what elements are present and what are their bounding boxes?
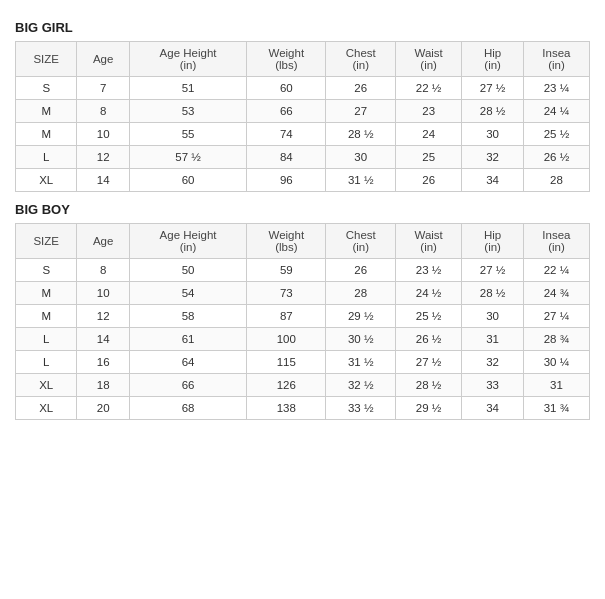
table-cell: 10 xyxy=(77,282,129,305)
table-cell: 14 xyxy=(77,169,129,192)
section-title: BIG GIRL xyxy=(15,20,590,35)
table-cell: 26 ½ xyxy=(523,146,589,169)
table-cell: 31 ¾ xyxy=(523,397,589,420)
table-cell: 31 ½ xyxy=(326,169,395,192)
table-cell: 30 xyxy=(326,146,395,169)
table-row: M1054732824 ½28 ½24 ¾ xyxy=(16,282,590,305)
table-row: M12588729 ½25 ½3027 ¼ xyxy=(16,305,590,328)
table-cell: 27 ½ xyxy=(462,259,524,282)
table-cell: 32 xyxy=(462,146,524,169)
table-cell: 60 xyxy=(247,77,326,100)
table-cell: 28 ½ xyxy=(462,100,524,123)
column-header: Hip(in) xyxy=(462,224,524,259)
table-cell: 59 xyxy=(247,259,326,282)
table-row: L166411531 ½27 ½3230 ¼ xyxy=(16,351,590,374)
table-cell: 30 ¼ xyxy=(523,351,589,374)
table-cell: 28 ½ xyxy=(326,123,395,146)
table-cell: 26 xyxy=(326,77,395,100)
table-cell: 18 xyxy=(77,374,129,397)
table-cell: 26 ½ xyxy=(395,328,461,351)
table-cell: 30 xyxy=(462,123,524,146)
table-cell: S xyxy=(16,259,77,282)
column-header: Insea(in) xyxy=(523,42,589,77)
table-cell: 74 xyxy=(247,123,326,146)
table-cell: 32 xyxy=(462,351,524,374)
column-header: Chest(in) xyxy=(326,224,395,259)
table-cell: 73 xyxy=(247,282,326,305)
table-cell: 57 ½ xyxy=(129,146,246,169)
table-cell: 27 ¼ xyxy=(523,305,589,328)
table-cell: L xyxy=(16,328,77,351)
table-cell: 28 xyxy=(326,282,395,305)
table-cell: 34 xyxy=(462,169,524,192)
table-row: L1257 ½8430253226 ½ xyxy=(16,146,590,169)
table-cell: 28 xyxy=(523,169,589,192)
section: BIG BOYSIZEAgeAge Height(in)Weight(lbs)C… xyxy=(15,202,590,420)
table-cell: 24 ¼ xyxy=(523,100,589,123)
table-cell: 96 xyxy=(247,169,326,192)
table-cell: 87 xyxy=(247,305,326,328)
column-header: Chest(in) xyxy=(326,42,395,77)
column-header: Age xyxy=(77,224,129,259)
table-cell: XL xyxy=(16,397,77,420)
table-cell: 50 xyxy=(129,259,246,282)
table-cell: L xyxy=(16,351,77,374)
table-cell: 16 xyxy=(77,351,129,374)
column-header: Waist(in) xyxy=(395,42,461,77)
table-cell: 138 xyxy=(247,397,326,420)
column-header: Weight(lbs) xyxy=(247,224,326,259)
table-row: S850592623 ½27 ½22 ¼ xyxy=(16,259,590,282)
table-cell: XL xyxy=(16,169,77,192)
table-cell: 31 ½ xyxy=(326,351,395,374)
table-cell: 23 ½ xyxy=(395,259,461,282)
table-cell: 68 xyxy=(129,397,246,420)
column-header: Age Height(in) xyxy=(129,42,246,77)
table-cell: 8 xyxy=(77,259,129,282)
table-cell: 27 ½ xyxy=(462,77,524,100)
table-cell: 23 xyxy=(395,100,461,123)
column-header: Hip(in) xyxy=(462,42,524,77)
table-cell: 22 ½ xyxy=(395,77,461,100)
table-cell: 33 ½ xyxy=(326,397,395,420)
table-cell: 29 ½ xyxy=(326,305,395,328)
table-cell: 12 xyxy=(77,305,129,328)
table-cell: 26 xyxy=(326,259,395,282)
section: BIG GIRLSIZEAgeAge Height(in)Weight(lbs)… xyxy=(15,20,590,192)
table-cell: 33 xyxy=(462,374,524,397)
column-header: SIZE xyxy=(16,224,77,259)
table-cell: 32 ½ xyxy=(326,374,395,397)
table-cell: 12 xyxy=(77,146,129,169)
table-cell: 7 xyxy=(77,77,129,100)
column-header: Weight(lbs) xyxy=(247,42,326,77)
table-row: XL186612632 ½28 ½3331 xyxy=(16,374,590,397)
table-cell: 58 xyxy=(129,305,246,328)
table-cell: 27 ½ xyxy=(395,351,461,374)
table-cell: 22 ¼ xyxy=(523,259,589,282)
table-row: M85366272328 ½24 ¼ xyxy=(16,100,590,123)
size-table: SIZEAgeAge Height(in)Weight(lbs)Chest(in… xyxy=(15,41,590,192)
table-cell: 26 xyxy=(395,169,461,192)
column-header: Age Height(in) xyxy=(129,224,246,259)
table-cell: 14 xyxy=(77,328,129,351)
table-cell: M xyxy=(16,100,77,123)
table-cell: 24 ¾ xyxy=(523,282,589,305)
table-cell: 30 xyxy=(462,305,524,328)
column-header: SIZE xyxy=(16,42,77,77)
table-cell: 115 xyxy=(247,351,326,374)
table-cell: 100 xyxy=(247,328,326,351)
table-cell: 25 xyxy=(395,146,461,169)
table-cell: 54 xyxy=(129,282,246,305)
table-cell: 28 ½ xyxy=(462,282,524,305)
size-table: SIZEAgeAge Height(in)Weight(lbs)Chest(in… xyxy=(15,223,590,420)
table-cell: 64 xyxy=(129,351,246,374)
section-title: BIG BOY xyxy=(15,202,590,217)
table-cell: 24 ½ xyxy=(395,282,461,305)
table-cell: 23 ¼ xyxy=(523,77,589,100)
table-cell: 55 xyxy=(129,123,246,146)
table-cell: 10 xyxy=(77,123,129,146)
table-cell: 8 xyxy=(77,100,129,123)
table-cell: 34 xyxy=(462,397,524,420)
table-cell: S xyxy=(16,77,77,100)
table-cell: XL xyxy=(16,374,77,397)
table-cell: 28 ½ xyxy=(395,374,461,397)
